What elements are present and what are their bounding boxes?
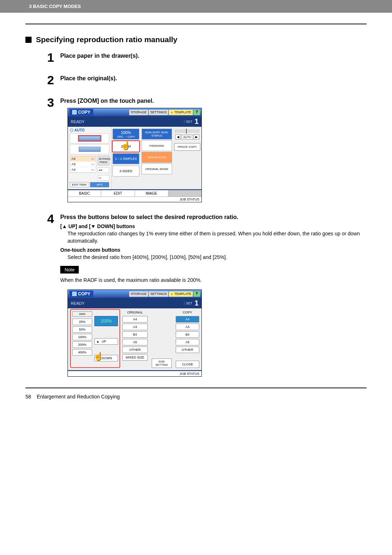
set-label-2: SET bbox=[184, 301, 192, 305]
star-icon: ★ bbox=[170, 110, 173, 114]
note-label: Note bbox=[60, 266, 79, 274]
tray-icon bbox=[90, 157, 94, 161]
two-sided-button[interactable]: 2-SIDED bbox=[113, 166, 139, 177]
step-2-title: Place the original(s). bbox=[60, 75, 117, 82]
storage-tab-2[interactable]: STORAGE bbox=[129, 291, 148, 297]
storage-tab[interactable]: STORAGE bbox=[129, 110, 148, 115]
copy-size-column: COPY A4 A3 B4 A5 OTHER CLOSE bbox=[176, 311, 199, 368]
mid-column: 100% ORG. → COPY ZOOM ☝ 1→1 SIMPLEX 2-SI… bbox=[111, 127, 140, 189]
hand-cursor-icon-2: ☝ bbox=[93, 352, 103, 361]
updown-subtext: The reproduction ratio changes by 1% eve… bbox=[68, 230, 367, 245]
page-title: Enlargement and Reduction Copying bbox=[37, 394, 120, 400]
copy-a3-button[interactable]: A3 bbox=[176, 324, 199, 330]
original-mode-button[interactable]: ORIGINAL MODE bbox=[142, 163, 172, 174]
step-3: 3 Press [ZOOM] on the touch panel. COPY … bbox=[47, 96, 367, 202]
page-footer: 58 Enlargement and Reduction Copying bbox=[25, 394, 367, 400]
ratio-100-button[interactable]: 100% bbox=[72, 334, 92, 340]
basic-tab[interactable]: BASIC bbox=[68, 190, 101, 197]
orig-a3-button[interactable]: A3 bbox=[122, 324, 148, 330]
orig-other-button[interactable]: OTHER bbox=[122, 347, 148, 353]
step-4: 4 Press the buttons below to select the … bbox=[47, 212, 367, 377]
aps-button[interactable]: APS bbox=[90, 182, 110, 187]
step-1-number: 1 bbox=[47, 51, 60, 64]
copy-icon bbox=[72, 110, 77, 114]
copy-head: COPY bbox=[176, 311, 199, 314]
template-tab[interactable]: ★ TEMPLATE bbox=[169, 110, 193, 115]
up-button[interactable]: UP bbox=[94, 338, 118, 345]
panel2-body: AMS 25% 50% 100% 200% 400% 200% UP DOWN … bbox=[68, 308, 201, 371]
ratio-display-button[interactable]: 100% ORG. → COPY bbox=[113, 129, 139, 139]
chapter-header: 3 BASIC COPY MODES bbox=[0, 0, 392, 13]
ratio-400-button[interactable]: 400% bbox=[72, 349, 92, 356]
size-list: A4 A3 A4 bbox=[70, 156, 96, 173]
ratio-200-button[interactable]: 200% bbox=[72, 341, 92, 348]
finishing-button[interactable]: FINISHING bbox=[142, 140, 172, 151]
step-2: 2 Place the original(s). bbox=[47, 74, 367, 86]
copy-a5-button[interactable]: A5 bbox=[176, 339, 199, 345]
mixed-size-button[interactable]: MIXED SIZE bbox=[122, 354, 148, 361]
far-right-column: ◀ AUTO ▶ PROOF COPY bbox=[173, 127, 201, 189]
triangle-up-icon bbox=[96, 340, 99, 343]
square-bullet-icon bbox=[25, 37, 32, 43]
bottom-rule bbox=[25, 388, 367, 388]
step-1: 1 Place paper in the drawer(s). bbox=[47, 51, 367, 64]
updown-column: 200% UP DOWN ☝ bbox=[94, 311, 118, 366]
settings-tab[interactable]: SETTINGS bbox=[149, 110, 168, 115]
copy-b4-button[interactable]: B4 bbox=[176, 331, 199, 338]
density-auto-label[interactable]: AUTO bbox=[181, 135, 193, 139]
tray-side-icon[interactable]: ▭ bbox=[98, 175, 109, 181]
drawer-diagram bbox=[70, 133, 109, 143]
density-nav: ◀ AUTO ▶ bbox=[174, 134, 200, 139]
page-number: 58 bbox=[25, 394, 31, 400]
ratio-25-button[interactable]: 25% bbox=[72, 319, 92, 325]
set-label: SET bbox=[184, 120, 192, 123]
size-a4-side[interactable]: A4 bbox=[98, 167, 109, 173]
copy-tab[interactable]: COPY bbox=[69, 109, 93, 116]
textphoto-button[interactable]: TEXT/PHOTO bbox=[142, 152, 172, 163]
hand-cursor-icon: ☝ bbox=[121, 141, 130, 150]
jobstatus-bar-2[interactable]: JOB STATUS bbox=[68, 371, 201, 376]
auto-paper-label: AUTO bbox=[69, 128, 110, 133]
note-text: When the RADF is used, the maximum ratio… bbox=[60, 276, 367, 284]
ams-button[interactable]: AMS bbox=[72, 311, 92, 317]
section-title-text: Specifying reproduction ratio manually bbox=[36, 35, 177, 44]
size-setting-button[interactable]: SIZE SETTING bbox=[152, 358, 172, 368]
size-row-a3[interactable]: A3 bbox=[70, 162, 96, 167]
orig-b4-button[interactable]: B4 bbox=[122, 331, 148, 338]
help-tab-2[interactable]: ? bbox=[193, 291, 200, 297]
size-row-a4-2[interactable]: A4 bbox=[70, 167, 96, 173]
panel1-topbar: COPY STORAGE SETTINGS ★ TEMPLATE ? bbox=[68, 108, 201, 116]
template-tab-2[interactable]: ★ TEMPLATE bbox=[169, 291, 193, 297]
updown-subhead: [▲ UP] and [▼ DOWN] buttons bbox=[60, 223, 367, 229]
copy-tab-2[interactable]: COPY bbox=[69, 291, 93, 297]
help-tab[interactable]: ? bbox=[193, 110, 200, 115]
original-size-column: ORIGINAL A4 A3 B4 A5 OTHER MIXED SIZE bbox=[122, 311, 148, 368]
orig-a5-button[interactable]: A5 bbox=[122, 339, 148, 345]
density-right-button[interactable]: ▶ bbox=[194, 134, 199, 139]
density-left-button[interactable]: ◀ bbox=[175, 134, 181, 139]
density-bar bbox=[175, 129, 200, 133]
simplex-button[interactable]: 1→1 SIMPLEX bbox=[113, 153, 139, 164]
jobstatus-bar[interactable]: JOB STATUS bbox=[68, 197, 201, 202]
bottom-mini-row: EXIT TRAY APS bbox=[70, 182, 109, 187]
close-button[interactable]: CLOSE bbox=[176, 361, 199, 368]
proof-copy-button[interactable]: PROOF COPY bbox=[174, 143, 200, 151]
copy-a4-button[interactable]: A4 bbox=[176, 316, 199, 323]
copy-other-button[interactable]: OTHER bbox=[176, 347, 199, 353]
bypass-feed-button[interactable]: BYPASS FEED bbox=[98, 156, 109, 165]
zoom-button[interactable]: ZOOM ☝ bbox=[113, 141, 139, 152]
page-content: Specifying reproduction ratio manually 1… bbox=[0, 13, 392, 407]
star-icon-2: ★ bbox=[170, 292, 173, 296]
orig-a4-button[interactable]: A4 bbox=[122, 316, 148, 323]
settings-tab-2[interactable]: SETTINGS bbox=[149, 291, 168, 297]
ratio-50-button[interactable]: 50% bbox=[72, 326, 92, 333]
exit-tray-button[interactable]: EXIT TRAY bbox=[70, 182, 89, 187]
image-tab[interactable]: IMAGE bbox=[135, 190, 168, 197]
edit-tab[interactable]: EDIT bbox=[101, 190, 135, 197]
template-tab-label-2: TEMPLATE bbox=[174, 292, 191, 296]
nonsort-button[interactable]: NON-SORT NON-STAPLE bbox=[142, 129, 172, 139]
drawer-diagram-2 bbox=[70, 144, 109, 154]
size-row-a4[interactable]: A4 bbox=[70, 156, 96, 162]
tray-icon bbox=[90, 162, 94, 166]
ratio-column: AMS 25% 50% 100% 200% 400% bbox=[72, 311, 92, 366]
